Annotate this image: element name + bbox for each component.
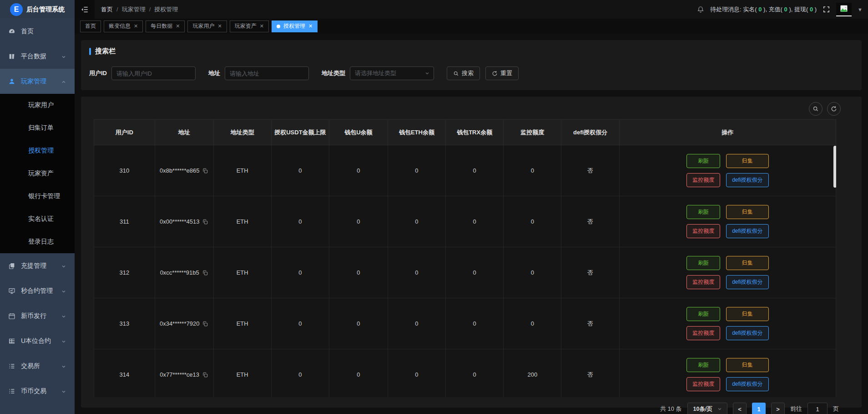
sidebar-subitem-归集订单[interactable]: 归集订单 [0, 117, 75, 139]
monitor-action-button[interactable]: 监控额度 [686, 173, 720, 187]
copy-icon[interactable] [202, 270, 208, 276]
refresh-action-button[interactable]: 刷新 [686, 358, 720, 372]
refresh-action-button[interactable]: 刷新 [686, 307, 720, 321]
reset-button[interactable]: 重置 [485, 66, 519, 80]
goto-page-input[interactable] [807, 403, 828, 414]
sidebar-subitem-玩家资产[interactable]: 玩家资产 [0, 162, 75, 185]
column-header-defi授权假分: defi授权假分 [561, 120, 619, 145]
pagination: 共 10 条 10条/页 < 1 > 前往 页 [88, 403, 854, 414]
bell-icon[interactable] [697, 6, 704, 13]
defi-action-button[interactable]: defi授权假分 [726, 326, 768, 340]
cell-address: 0x77******ce13 [155, 349, 213, 398]
next-page-button[interactable]: > [771, 403, 785, 414]
cell: 0 [446, 298, 504, 349]
copy-icon[interactable] [202, 321, 208, 327]
user-menu-caret-icon[interactable]: ▼ [858, 7, 863, 12]
search-button[interactable]: 搜索 [447, 66, 480, 80]
copy-icon[interactable] [202, 219, 208, 225]
defi-action-button[interactable]: defi授权假分 [726, 377, 768, 391]
refresh-action-button[interactable]: 刷新 [686, 154, 720, 168]
sidebar-subitem-登录日志[interactable]: 登录日志 [0, 230, 75, 253]
field-label: 地址 [208, 69, 220, 77]
sidebar-subitem-玩家用户[interactable]: 玩家用户 [0, 94, 75, 117]
tab-close-icon[interactable]: ✕ [176, 23, 180, 29]
monitor-action-button[interactable]: 监控额度 [686, 377, 720, 391]
defi-action-button[interactable]: defi授权假分 [726, 224, 768, 238]
cell: 0 [271, 298, 329, 349]
row-actions: 刷新归集监控额度defi授权假分 [621, 358, 834, 391]
tab-label: 授权管理 [283, 22, 305, 30]
page-number-button[interactable]: 1 [752, 403, 766, 414]
sidebar-item-交易所[interactable]: 交易所 [0, 353, 75, 378]
defi-action-button[interactable]: defi授权假分 [726, 173, 768, 187]
defi-action-button[interactable]: defi授权假分 [726, 275, 768, 289]
table-search-toggle-button[interactable] [809, 102, 823, 116]
refresh-action-button[interactable]: 刷新 [686, 256, 720, 270]
tab-close-icon[interactable]: ✕ [217, 23, 222, 29]
tab-close-icon[interactable]: ✕ [260, 23, 264, 29]
tab-玩家用户[interactable]: 玩家用户✕ [187, 20, 227, 32]
collect-action-button[interactable]: 归集 [726, 358, 768, 372]
refresh-icon [831, 106, 837, 112]
monitor-action-button[interactable]: 监控额度 [686, 326, 720, 340]
sidebar-item-首页[interactable]: 首页 [0, 19, 75, 44]
fullscreen-icon[interactable] [823, 5, 830, 13]
refresh-action-button[interactable]: 刷新 [686, 205, 720, 219]
tab-label: 首页 [85, 22, 96, 30]
collect-action-button[interactable]: 归集 [726, 154, 768, 168]
button-label: 重置 [500, 69, 512, 77]
address-value: 0x8b******e865 [160, 167, 208, 174]
title-accent-bar [89, 48, 91, 55]
tab-close-icon[interactable]: ✕ [134, 23, 138, 29]
collect-action-button[interactable]: 归集 [726, 256, 768, 270]
column-header-监控额度: 监控额度 [504, 120, 561, 145]
list-icon [8, 388, 15, 395]
tab-授权管理[interactable]: 授权管理✕ [272, 20, 318, 32]
column-header-操作: 操作 [619, 120, 836, 145]
column-header-钱包U余额: 钱包U余额 [329, 120, 388, 145]
collect-action-button[interactable]: 归集 [726, 205, 768, 219]
collect-action-button[interactable]: 归集 [726, 307, 768, 321]
sidebar-item-新币发行[interactable]: 新币发行 [0, 303, 75, 328]
sidebar-menu: 首页平台数据玩家管理玩家用户归集订单授权管理玩家资产银行卡管理实名认证登录日志充… [0, 19, 75, 414]
copy-icon[interactable] [202, 168, 208, 174]
sidebar-item-平台数据[interactable]: 平台数据 [0, 44, 75, 69]
tab-首页[interactable]: 首页 [80, 20, 101, 32]
sidebar-subitem-实名认证[interactable]: 实名认证 [0, 208, 75, 230]
tab-玩家资产[interactable]: 玩家资产✕ [230, 20, 269, 32]
list-icon [8, 363, 15, 370]
input-地址[interactable] [225, 66, 309, 80]
calendar-icon [8, 312, 15, 320]
breadcrumb-item-首页[interactable]: 首页 [101, 5, 113, 14]
image-placeholder-icon [839, 5, 849, 14]
sidebar-item-玩家管理[interactable]: 玩家管理 [0, 69, 75, 94]
sidebar-fold-button[interactable] [75, 0, 95, 19]
page-size-select[interactable]: 10条/页 [687, 403, 727, 414]
sidebar-item-U本位合约[interactable]: U本位合约 [0, 328, 75, 353]
tab-每日数据[interactable]: 每日数据✕ [146, 20, 185, 32]
sidebar-item-币币交易[interactable]: 币币交易 [0, 378, 75, 404]
sidebar-item-秒合约管理[interactable]: 秒合约管理 [0, 278, 75, 303]
tab-账变信息[interactable]: 账变信息✕ [104, 20, 143, 32]
table-refresh-button[interactable] [827, 102, 841, 116]
sidebar-subitem-银行卡管理[interactable]: 银行卡管理 [0, 185, 75, 208]
table-scrollbar-thumb[interactable] [833, 146, 836, 188]
search-icon [453, 71, 459, 77]
cell: 0 [329, 145, 388, 196]
monitor-action-button[interactable]: 监控额度 [686, 275, 720, 289]
sidebar-subitem-授权管理[interactable]: 授权管理 [0, 139, 75, 162]
avatar[interactable] [836, 3, 852, 16]
select-地址类型[interactable]: 请选择地址类型 [350, 66, 434, 80]
input-用户ID[interactable] [111, 66, 196, 80]
prev-page-button[interactable]: < [733, 403, 747, 414]
tab-close-icon[interactable]: ✕ [308, 23, 313, 29]
pending-messages: 待处理消息: 实名( 0 ), 充值( 0 ), 提现( 0 ) [710, 5, 817, 14]
breadcrumb: 首页/玩家管理/授权管理 [101, 5, 178, 14]
monitor-action-button[interactable]: 监控额度 [686, 224, 720, 238]
address-text: 0x8b******e865 [160, 167, 199, 174]
sidebar-item-label: 秒合约管理 [21, 287, 61, 295]
breadcrumb-item-玩家管理[interactable]: 玩家管理 [122, 5, 146, 14]
copy-icon[interactable] [202, 372, 208, 378]
sidebar-item-充提管理[interactable]: 充提管理 [0, 253, 75, 278]
cell-address: 0x34******7920 [155, 298, 213, 349]
